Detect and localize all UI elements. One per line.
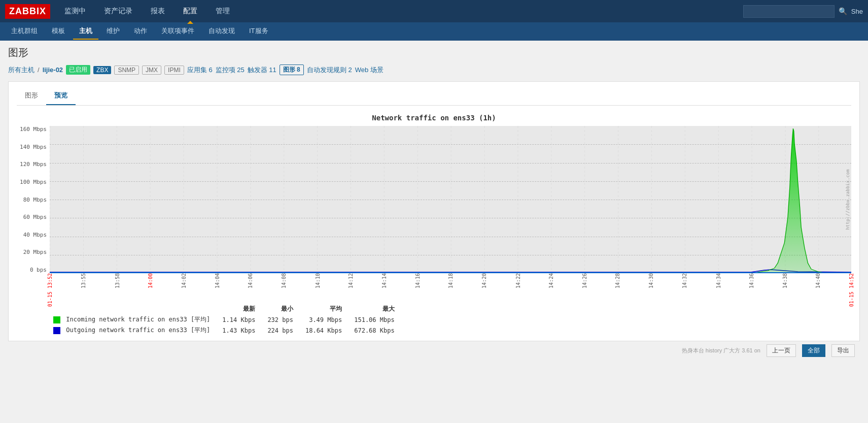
subnav-host-groups[interactable]: 主机群组 [5,23,44,40]
x-tick-1400: 14:00 [147,273,153,288]
legend-outgoing-avg: 18.64 Kbps [299,325,348,336]
x-tick-14: 14:24 [548,273,553,288]
badge-snmp[interactable]: SNMP [114,66,139,75]
breadcrumb-web-scenarios[interactable]: Web 场景 [355,66,384,75]
legend-incoming-max: 151.06 Mbps [348,314,400,325]
legend-incoming-color [53,316,60,323]
tab-graphs[interactable]: 图形 [17,87,46,105]
tab-bar: 图形 预览 [17,87,851,106]
svg-marker-2 [50,128,851,273]
x-tick-12: 14:20 [481,273,487,288]
chart-title: Network traffic on ens33 (1h) [17,114,851,122]
search-area: 🔍 She [743,5,863,18]
y-label-80: 80 Mbps [23,197,47,203]
x-tick-start: 01-15 13:52 [47,273,53,307]
x-tick-8: 14:12 [348,273,353,288]
all-button[interactable]: 全部 [802,344,825,357]
chart-legend: 最新 最小 平均 最大 Incoming network traffic on … [17,304,851,336]
x-tick-15: 14:26 [581,273,587,288]
chart-body: http://zbbx.zabbix.com [50,126,851,273]
content-wrapper: 图形 预览 Network traffic on ens33 (1h) 160 … [8,81,860,341]
badge-enabled[interactable]: 已启用 [66,65,90,75]
x-tick-17: 14:30 [648,273,654,288]
subnav-actions[interactable]: 动作 [128,23,153,40]
x-tick-9: 14:14 [381,273,387,288]
legend-incoming-latest: 1.14 Kbps [216,314,261,325]
x-tick-13: 14:22 [515,273,520,288]
page-content: 图形 所有主机 / lijie-02 已启用 ZBX SNMP JMX IPMI… [0,41,868,365]
legend-outgoing-max: 672.68 Kbps [348,325,400,336]
nav-admin[interactable]: 管理 [212,5,234,18]
search-input[interactable] [743,5,835,18]
chart-right-label: http://zbbx.zabbix.com [845,169,850,230]
legend-table: 最新 最小 平均 最大 Incoming network traffic on … [47,304,401,336]
legend-incoming-label: Incoming network traffic on ens33 [平均] [47,314,216,325]
subnav-maintenance[interactable]: 维护 [100,23,126,40]
x-tick-3: 14:02 [181,273,186,288]
y-label-60: 60 Mbps [23,214,47,220]
y-label-120: 120 Mbps [20,161,47,168]
breadcrumb-items[interactable]: 监控项 25 [216,66,245,75]
nav-reports[interactable]: 报表 [147,5,169,18]
tab-preview[interactable]: 预览 [46,87,76,105]
x-tick-22: 14:40 [815,273,820,288]
subnav-templates[interactable]: 模板 [46,23,71,40]
traffic-chart-svg [50,126,851,273]
x-tick-2: 13:58 [114,273,120,288]
x-tick-19: 14:34 [715,273,721,288]
legend-outgoing-label: Outgoing network traffic on ens33 [平均] [47,325,216,336]
x-tick-7: 14:10 [315,273,320,288]
chart-wrapper: Network traffic on ens33 (1h) 160 Mbps 1… [17,114,851,336]
x-tick-6: 14:08 [281,273,287,288]
y-axis: 160 Mbps 140 Mbps 120 Mbps 100 Mbps 80 M… [17,126,50,273]
badge-zbx[interactable]: ZBX [93,66,111,74]
legend-incoming-avg: 3.49 Mbps [299,314,348,325]
y-label-160: 160 Mbps [20,126,47,133]
footer: 热身本台 history 广大方 3.61 on 上一页 全部 导出 [8,341,860,360]
y-label-0: 0 bps [30,267,47,273]
search-icon[interactable]: 🔍 [839,7,847,15]
export-button[interactable]: 导出 [831,344,855,357]
chart-area: 160 Mbps 140 Mbps 120 Mbps 100 Mbps 80 M… [17,126,851,273]
logo: ZABBIX [5,4,50,19]
breadcrumb-host[interactable]: lijie-02 [43,66,63,74]
x-tick-11: 14:18 [448,273,454,288]
x-axis: 01-15 13:52 13:55 13:58 14:00 14:02 14:0… [50,273,851,299]
x-tick-10: 14:16 [415,273,421,288]
user-info: She [851,8,863,15]
prev-button[interactable]: 上一页 [767,344,796,357]
breadcrumb-graphs[interactable]: 图形 8 [280,64,304,75]
footer-info: 热身本台 history 广大方 3.61 on [682,347,760,354]
x-tick-1: 13:55 [81,273,86,288]
breadcrumb-all-hosts[interactable]: 所有主机 [8,66,34,75]
legend-outgoing-avg-label: [平均] [191,327,210,334]
badge-jmx[interactable]: JMX [142,66,161,75]
top-navigation: ZABBIX 监测中 资产记录 报表 配置 管理 🔍 She [0,0,868,22]
subnav-discovery[interactable]: 自动发现 [202,23,241,40]
legend-header-max: 最大 [348,304,400,314]
subnav-event-correlation[interactable]: 关联项事件 [155,23,200,40]
nav-monitoring[interactable]: 监测中 [60,5,90,18]
x-tick-4: 14:04 [215,273,220,288]
y-label-20: 20 Mbps [23,249,47,255]
nav-assets[interactable]: 资产记录 [100,5,136,18]
badge-ipmi[interactable]: IPMI [164,66,184,75]
legend-row-incoming: Incoming network traffic on ens33 [平均] 1… [47,314,401,325]
breadcrumb-discovery-rules[interactable]: 自动发现规则 2 [307,66,352,75]
page-title: 图形 [8,46,860,59]
legend-header-avg: 平均 [299,304,348,314]
x-tick-18: 14:32 [682,273,687,288]
legend-header-name [47,304,216,314]
legend-incoming-min: 232 bps [261,314,299,325]
breadcrumb-apps[interactable]: 应用集 6 [187,66,213,75]
breadcrumb-triggers[interactable]: 触发器 11 [248,66,276,75]
x-tick-end: 01-15 14:52 [849,273,854,307]
subnav-hosts[interactable]: 主机 [73,23,98,40]
legend-header-latest: 最新 [216,304,261,314]
subnav-it-services[interactable]: IT服务 [243,23,274,40]
x-tick-16: 14:28 [614,273,620,288]
breadcrumb: 所有主机 / lijie-02 已启用 ZBX SNMP JMX IPMI 应用… [8,64,860,75]
legend-header-min: 最小 [261,304,299,314]
nav-config[interactable]: 配置 [179,5,201,18]
legend-incoming-avg-label: [平均] [191,316,210,323]
